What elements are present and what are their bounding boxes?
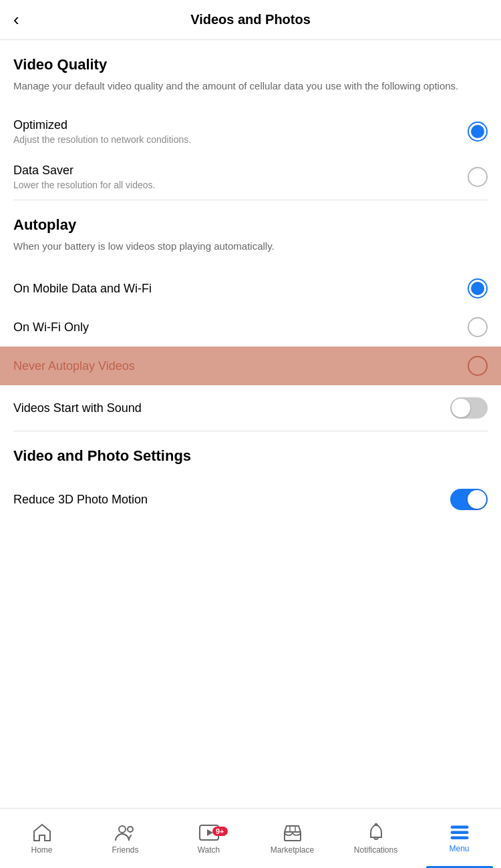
nav-watch[interactable]: 9+ Watch <box>167 809 251 868</box>
optimized-radio[interactable] <box>468 122 488 142</box>
video-photo-settings-section: Video and Photo Settings <box>0 431 501 477</box>
watch-badge: 9+ <box>212 827 228 836</box>
bottom-nav: Home Friends 9+ Watch <box>0 808 501 868</box>
svg-rect-6 <box>451 826 468 829</box>
optimized-sublabel: Adjust the resolution to network conditi… <box>13 134 191 145</box>
video-quality-title: Video Quality <box>13 56 488 73</box>
never-autoplay-label-group: Never Autoplay Videos <box>13 359 135 373</box>
nav-marketplace-label: Marketplace <box>271 845 314 855</box>
svg-rect-7 <box>451 831 468 834</box>
autoplay-title: Autoplay <box>13 216 488 234</box>
video-quality-section: Video Quality Manage your default video … <box>0 40 501 109</box>
reduce-3d-label: Reduce 3D Photo Motion <box>13 493 148 507</box>
data-saver-label: Data Saver <box>13 164 155 178</box>
mobile-wifi-label-group: On Mobile Data and Wi-Fi <box>13 282 152 296</box>
autoplay-desc: When your battery is low videos stop pla… <box>13 239 488 253</box>
nav-friends-label: Friends <box>112 845 138 855</box>
menu-icon <box>450 824 470 841</box>
nav-home-label: Home <box>31 845 52 855</box>
header: ‹ Videos and Photos <box>0 0 501 40</box>
never-autoplay-option[interactable]: Never Autoplay Videos <box>0 347 501 385</box>
data-saver-radio[interactable] <box>468 167 488 187</box>
data-saver-label-group: Data Saver Lower the resolution for all … <box>13 164 155 190</box>
wifi-only-option[interactable]: On Wi-Fi Only <box>0 308 501 347</box>
nav-friends[interactable]: Friends <box>84 809 167 868</box>
nav-notifications[interactable]: Notifications <box>334 809 418 868</box>
content: Video Quality Manage your default video … <box>0 40 501 582</box>
reduce-3d-toggle-knob <box>468 490 486 509</box>
svg-point-0 <box>119 826 126 833</box>
never-autoplay-label: Never Autoplay Videos <box>13 359 135 373</box>
video-photo-settings-title: Video and Photo Settings <box>13 447 488 465</box>
home-icon <box>32 823 52 843</box>
data-saver-option[interactable]: Data Saver Lower the resolution for all … <box>0 154 501 200</box>
sound-toggle-label: Videos Start with Sound <box>13 401 142 415</box>
autoplay-section: Autoplay When your battery is low videos… <box>0 200 501 269</box>
sound-toggle-row: Videos Start with Sound <box>0 385 501 431</box>
nav-marketplace[interactable]: Marketplace <box>251 809 334 868</box>
never-autoplay-radio[interactable] <box>468 356 488 376</box>
nav-menu-label: Menu <box>449 844 469 853</box>
nav-home[interactable]: Home <box>0 809 84 868</box>
sound-toggle-knob <box>452 399 470 417</box>
reduce-3d-toggle-row: Reduce 3D Photo Motion <box>0 477 501 522</box>
mobile-wifi-option[interactable]: On Mobile Data and Wi-Fi <box>0 269 501 308</box>
friends-icon <box>114 823 137 843</box>
nav-notifications-label: Notifications <box>354 845 397 855</box>
notifications-icon <box>367 823 385 843</box>
svg-rect-8 <box>451 837 468 839</box>
back-button[interactable]: ‹ <box>13 9 19 30</box>
wifi-only-radio[interactable] <box>468 317 488 337</box>
sound-toggle[interactable] <box>450 397 488 419</box>
video-quality-desc: Manage your default video quality and th… <box>13 79 488 93</box>
mobile-wifi-label: On Mobile Data and Wi-Fi <box>13 282 152 296</box>
nav-menu[interactable]: Menu <box>418 809 501 868</box>
reduce-3d-toggle[interactable] <box>450 489 488 510</box>
optimized-label: Optimized <box>13 118 191 132</box>
optimized-option[interactable]: Optimized Adjust the resolution to netwo… <box>0 109 501 154</box>
wifi-only-label-group: On Wi-Fi Only <box>13 320 89 335</box>
page-title: Videos and Photos <box>190 12 311 27</box>
optimized-label-group: Optimized Adjust the resolution to netwo… <box>13 118 191 145</box>
mobile-wifi-radio[interactable] <box>468 278 488 298</box>
svg-point-1 <box>128 827 133 832</box>
wifi-only-label: On Wi-Fi Only <box>13 320 89 335</box>
nav-watch-label: Watch <box>198 845 220 855</box>
data-saver-sublabel: Lower the resolution for all videos. <box>13 180 155 190</box>
marketplace-icon <box>283 823 303 843</box>
